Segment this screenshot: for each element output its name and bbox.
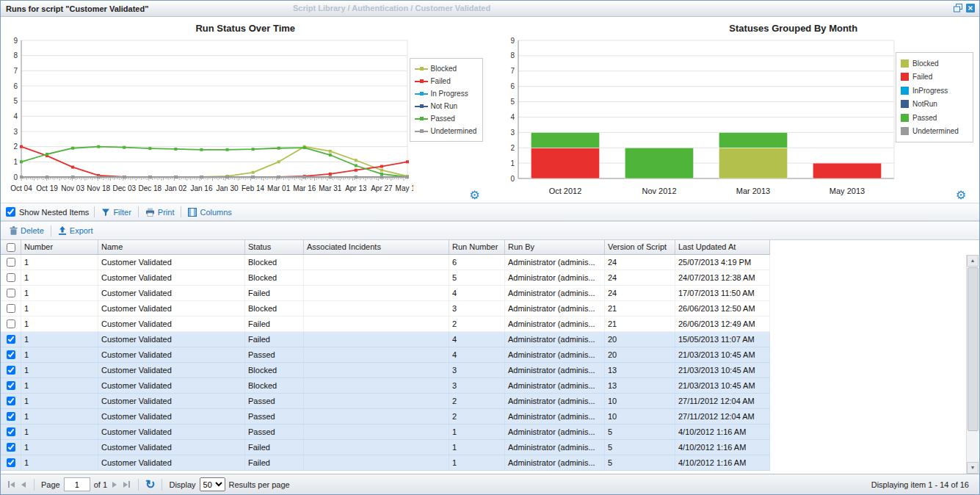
row-checkbox[interactable] <box>7 273 15 282</box>
cell-associated-incidents <box>304 378 449 393</box>
restore-button[interactable] <box>953 3 963 13</box>
export-button[interactable]: Export <box>57 226 95 235</box>
previous-page-button[interactable] <box>20 482 27 488</box>
table-row[interactable]: 1Customer ValidatedFailed2Administrator … <box>1 317 770 332</box>
legend-item: InProgress <box>901 84 968 98</box>
row-checkbox-cell <box>1 424 21 439</box>
line-chart-settings-gear-icon[interactable]: ⚙ <box>469 189 479 201</box>
scroll-up-arrow-icon[interactable]: ▲ <box>967 255 979 267</box>
line-chart-legend: BlockedFailedIn ProgressNot RunPassedUnd… <box>410 58 483 142</box>
toolbar-separator <box>51 225 51 236</box>
table-row[interactable]: 1Customer ValidatedBlocked3Administrator… <box>1 301 770 317</box>
legend-item: Passed <box>901 111 968 125</box>
row-checkbox[interactable] <box>7 397 15 405</box>
scroll-down-arrow-icon[interactable]: ▼ <box>967 462 979 474</box>
row-checkbox[interactable] <box>7 335 15 344</box>
row-checkbox[interactable] <box>7 319 15 328</box>
table-row[interactable]: 1Customer ValidatedFailed1Administrator … <box>1 440 770 455</box>
row-checkbox[interactable] <box>7 427 15 436</box>
row-checkbox[interactable] <box>7 350 15 359</box>
cell-number: 1 <box>21 424 98 439</box>
columns-icon <box>188 208 197 217</box>
cell-number: 1 <box>21 286 98 300</box>
bar-chart-settings-gear-icon[interactable]: ⚙ <box>956 189 966 201</box>
select-all-checkbox[interactable] <box>7 243 15 252</box>
row-checkbox[interactable] <box>7 289 15 297</box>
row-checkbox-cell <box>1 347 21 362</box>
legend-label: Failed <box>431 77 451 85</box>
column-header-run-by[interactable]: Run By <box>505 240 605 254</box>
print-button[interactable]: Print <box>144 208 176 217</box>
cell-associated-incidents <box>304 440 449 455</box>
row-checkbox[interactable] <box>7 258 15 267</box>
row-checkbox[interactable] <box>7 304 15 313</box>
column-header-associated-incidents[interactable]: Associated Incidents <box>304 240 449 254</box>
cell-status: Passed <box>245 347 304 362</box>
next-page-button[interactable] <box>111 482 118 488</box>
page-size-select[interactable]: 50 <box>200 477 225 491</box>
filter-button[interactable]: Filter <box>100 208 132 217</box>
table-row[interactable]: 1Customer ValidatedBlocked3Administrator… <box>1 378 770 394</box>
cell-status: Blocked <box>245 301 304 316</box>
svg-text:9: 9 <box>510 37 515 45</box>
svg-text:Dec 18: Dec 18 <box>138 184 161 192</box>
row-checkbox[interactable] <box>7 412 15 421</box>
show-nested-items-checkbox[interactable] <box>6 207 15 217</box>
svg-text:Mar 31: Mar 31 <box>319 184 342 192</box>
column-header-status[interactable]: Status <box>245 240 304 254</box>
cell-last-updated-at: 26/06/2013 12:50 AM <box>675 301 770 316</box>
delete-button[interactable]: Delete <box>8 226 46 235</box>
cell-name: Customer Validated <box>98 317 245 331</box>
vertical-scrollbar[interactable]: ▲ ▼ <box>966 255 979 474</box>
svg-text:5: 5 <box>13 97 18 105</box>
row-checkbox[interactable] <box>7 458 15 467</box>
table-row[interactable]: 1Customer ValidatedPassed2Administrator … <box>1 409 770 424</box>
bar-chart-title: Statuses Grouped By Month <box>549 17 980 36</box>
table-row[interactable]: 1Customer ValidatedFailed4Administrator … <box>1 332 770 347</box>
table-row[interactable]: 1Customer ValidatedFailed4Administrator … <box>1 286 770 301</box>
toolbar-separator <box>181 206 181 217</box>
column-header-number[interactable]: Number <box>21 240 98 254</box>
cell-run-by: Administrator (adminis... <box>505 409 605 424</box>
row-checkbox[interactable] <box>7 443 15 452</box>
scrollbar-thumb[interactable] <box>968 267 979 431</box>
table-row[interactable]: 1Customer ValidatedBlocked3Administrator… <box>1 363 770 378</box>
grid-actions-toolbar: Delete Export <box>1 221 979 240</box>
column-header-version-of-script[interactable]: Version of Script <box>605 240 675 254</box>
cell-name: Customer Validated <box>98 301 245 316</box>
legend-swatch-icon <box>901 114 909 122</box>
cell-version-of-script: 5 <box>605 455 675 470</box>
table-row[interactable]: 1Customer ValidatedPassed2Administrator … <box>1 394 770 409</box>
last-page-button[interactable] <box>122 481 131 488</box>
svg-text:Mar 16: Mar 16 <box>293 184 316 192</box>
column-header-name[interactable]: Name <box>98 240 245 254</box>
columns-button[interactable]: Columns <box>186 208 233 217</box>
table-row[interactable]: 1Customer ValidatedBlocked6Administrator… <box>1 255 770 270</box>
cell-associated-incidents <box>304 286 449 300</box>
legend-label: In Progress <box>431 90 468 98</box>
cell-associated-incidents <box>304 255 449 270</box>
trash-icon <box>10 226 18 235</box>
refresh-icon[interactable]: ↻ <box>145 479 155 491</box>
row-checkbox[interactable] <box>7 366 15 375</box>
cell-last-updated-at: 27/11/2012 12:04 AM <box>675 409 770 424</box>
table-row[interactable]: 1Customer ValidatedPassed4Administrator … <box>1 347 770 363</box>
first-page-button[interactable] <box>7 481 16 488</box>
row-checkbox[interactable] <box>7 381 15 390</box>
legend-line-sample-icon <box>415 103 428 110</box>
row-checkbox-cell <box>1 317 21 331</box>
column-header-run-number[interactable]: Run Number <box>449 240 505 254</box>
cell-number: 1 <box>21 455 98 470</box>
column-header-last-updated-at[interactable]: Last Updated At <box>675 240 770 254</box>
close-button[interactable] <box>965 3 976 13</box>
table-row[interactable]: 1Customer ValidatedPassed1Administrator … <box>1 424 770 440</box>
cell-status: Blocked <box>245 363 304 377</box>
cell-version-of-script: 10 <box>605 409 675 424</box>
cell-status: Passed <box>245 394 304 408</box>
table-row[interactable]: 1Customer ValidatedFailed1Administrator … <box>1 455 770 471</box>
svg-text:Jan 16: Jan 16 <box>190 184 212 192</box>
page-number-input[interactable] <box>64 477 90 491</box>
table-row[interactable]: 1Customer ValidatedBlocked5Administrator… <box>1 270 770 286</box>
legend-label: Not Run <box>431 102 458 110</box>
cell-number: 1 <box>21 255 98 270</box>
